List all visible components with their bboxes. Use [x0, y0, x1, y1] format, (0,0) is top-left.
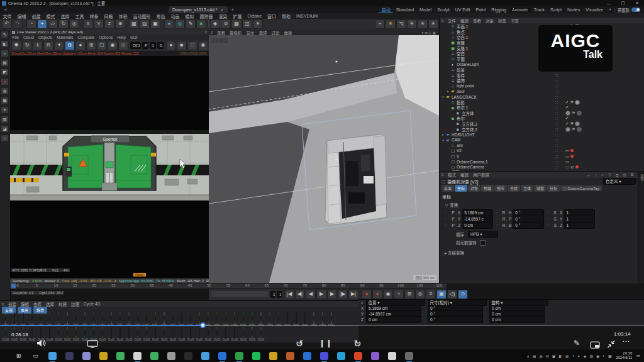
record-mode-icon[interactable]: ●	[1, 78, 9, 85]
visibility-dots[interactable]: ∷	[555, 154, 564, 158]
tab-overflow-icon[interactable]: ≋	[0, 8, 11, 13]
material-ball[interactable]	[67, 327, 68, 339]
rotate-tool-icon[interactable]: ↻	[58, 19, 69, 29]
layout-tab[interactable]: 启动	[379, 6, 393, 13]
grid-snap-icon[interactable]: ▦	[231, 19, 242, 29]
visibility-dots[interactable]: ∷	[555, 106, 564, 110]
protection-tag-icon[interactable]: ▭	[565, 148, 569, 153]
interface-label[interactable]: 界面颜	[616, 7, 632, 13]
visibility-dots[interactable]: ∷	[555, 95, 564, 99]
material-ball[interactable]	[287, 312, 288, 324]
object-name[interactable]: door	[457, 89, 465, 94]
visibility-dots[interactable]: ∷	[555, 100, 564, 104]
taskbar-app-icon[interactable]	[218, 352, 226, 360]
menu-item[interactable]: 窗口	[265, 13, 279, 19]
ocio-select[interactable]: OCIO:<sRGB>	[130, 42, 141, 49]
protection-tag-icon[interactable]: ▭	[565, 159, 569, 164]
pause-button[interactable]: ❙❙	[319, 339, 333, 348]
material-ball[interactable]	[225, 327, 226, 339]
material-ball[interactable]	[146, 312, 147, 324]
material-ball[interactable]	[137, 327, 138, 339]
timeline-scrollbar[interactable]	[211, 291, 269, 297]
attribute-tab-基本[interactable]: 基本	[441, 185, 454, 192]
material-swatch[interactable]: OctG	[239, 327, 248, 342]
lv-menu-item[interactable]: Materials	[55, 35, 75, 40]
layout-tab[interactable]: Model	[417, 8, 435, 12]
rewind-10-button[interactable]: ↺10	[296, 338, 304, 349]
material-ball[interactable]	[93, 312, 94, 324]
notification-icon[interactable]: ▭	[636, 353, 640, 358]
taskbar-app-icon[interactable]	[201, 352, 209, 360]
material-ball[interactable]	[296, 312, 297, 324]
material-ball[interactable]	[331, 312, 332, 324]
prev-key-icon[interactable]: ◀|	[295, 290, 305, 299]
object-row[interactable]: ▸▰HDRI/LIGHT∷	[440, 132, 601, 138]
material-ball[interactable]	[216, 327, 218, 339]
material-ball[interactable]	[40, 327, 42, 339]
material-swatch[interactable]: OctG	[257, 327, 265, 342]
taskbar-app-icon[interactable]	[405, 352, 413, 360]
live-viewer-titlebar[interactable]: Live Viewer 2022.1.2-[R3] (87 days left)…	[10, 30, 209, 35]
material-pick-icon[interactable]: ☉	[118, 41, 128, 50]
material-ball[interactable]	[225, 312, 226, 324]
lv-menu-item[interactable]: File	[10, 35, 21, 40]
visibility-dots[interactable]: ∷	[555, 165, 564, 169]
theme-toggle[interactable]	[631, 8, 640, 12]
attr-nav-icon[interactable]: ←	[584, 173, 593, 177]
visibility-dots[interactable]: ∷	[555, 133, 564, 137]
visibility-dots[interactable]: ∷	[555, 116, 564, 121]
layout-tab[interactable]: +	[606, 8, 614, 12]
enabled-check-icon[interactable]: ✓	[565, 100, 569, 105]
attribute-tab-球面[interactable]: 球面	[534, 185, 547, 192]
material-ball[interactable]	[93, 327, 94, 339]
om-menu-icon[interactable]: ≡	[440, 19, 446, 23]
material-ball[interactable]	[208, 312, 209, 324]
menu-item[interactable]: Octane	[245, 14, 265, 18]
layout-tab[interactable]: Standard	[393, 8, 416, 12]
object-row[interactable]: ▢V∷▭	[440, 153, 601, 159]
material-ball[interactable]	[75, 312, 77, 324]
end-frame-field[interactable]: 110 F	[277, 291, 282, 298]
attr-menu-icon[interactable]: ≡	[440, 173, 446, 177]
background-icon[interactable]: ■	[177, 41, 187, 50]
material-ball[interactable]	[102, 312, 103, 324]
material-ball[interactable]	[322, 312, 323, 324]
viewport-menu-item[interactable]: 面板	[282, 30, 294, 36]
menu-item[interactable]: 编辑	[14, 13, 29, 19]
material-ball[interactable]	[172, 327, 174, 339]
lv-menu-item[interactable]: Help	[115, 35, 128, 40]
material-swatch[interactable]: OctG	[230, 327, 239, 342]
menu-item[interactable]: 扩展	[230, 13, 245, 19]
lv-menu-item[interactable]: Compare	[75, 35, 97, 40]
material-ball[interactable]	[119, 327, 121, 339]
material-ball[interactable]	[243, 327, 244, 339]
taskview-button[interactable]: ▭	[31, 352, 40, 360]
pen-icon[interactable]: ✎	[1, 31, 9, 38]
texture-tag-icon[interactable]	[565, 127, 570, 132]
material-ball[interactable]	[164, 312, 165, 324]
material-swatch[interactable]: OctG	[125, 327, 133, 342]
x-axis-lock[interactable]: X	[83, 19, 93, 29]
viewport-menu-item[interactable]: 选项	[257, 30, 269, 36]
material-ball[interactable]	[75, 327, 77, 339]
material-swatch[interactable]: OctG	[160, 327, 169, 342]
material-ball[interactable]	[234, 327, 235, 339]
compositing-tag-icon[interactable]: ⚑	[570, 100, 574, 105]
material-ball[interactable]	[181, 312, 182, 324]
tray-icon[interactable]: ◈	[584, 354, 587, 358]
om-menu-item[interactable]: 标签	[496, 18, 509, 24]
viewport-menu-item[interactable]: 查看	[215, 30, 228, 36]
points-mode-icon[interactable]: ◍	[1, 87, 9, 95]
texture-tag-icon[interactable]	[575, 100, 580, 105]
object-name[interactable]: 平面	[457, 56, 465, 62]
object-row[interactable]: ▸▰door∷	[440, 89, 601, 94]
viewport-label[interactable]: 透视视图	[211, 37, 228, 43]
material-ball[interactable]	[155, 327, 156, 339]
taskbar-app-icon[interactable]	[354, 352, 362, 360]
taskbar-app-icon[interactable]	[320, 352, 328, 360]
material-ball[interactable]	[49, 327, 50, 339]
magic-snap-icon[interactable]: ✳	[253, 19, 263, 29]
material-swatch[interactable]: OctG	[221, 327, 230, 342]
magnet-icon[interactable]: ⊙	[458, 290, 468, 299]
autokey-icon[interactable]: ●	[372, 290, 382, 299]
